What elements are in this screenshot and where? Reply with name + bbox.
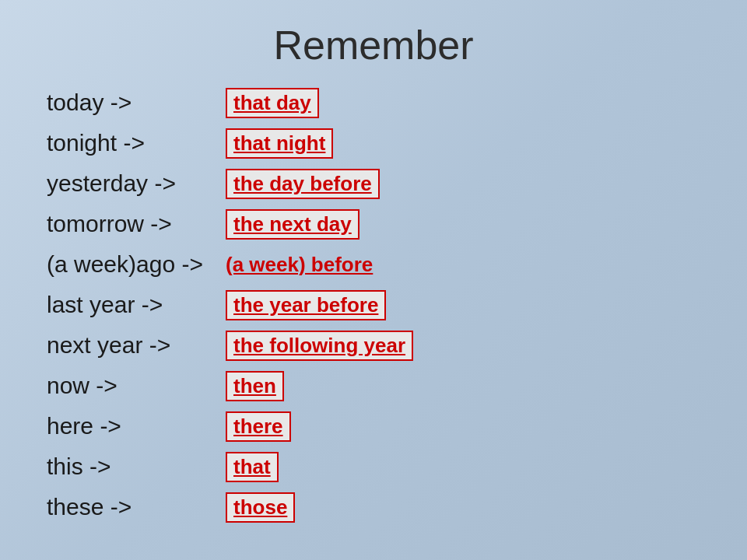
table-row: (a week)ago ->(a week) before [47, 244, 747, 285]
table-row: next year ->the following year [47, 325, 747, 366]
table-row: tonight ->that night [47, 123, 747, 163]
right-label: the day before [226, 169, 380, 199]
right-label: that night [226, 128, 333, 159]
table-row: these ->those [47, 487, 747, 527]
left-label: tonight -> [47, 130, 226, 156]
table-row: now ->then [47, 366, 747, 406]
table-row: this ->that [47, 446, 747, 487]
table-row: tomorrow ->the next day [47, 204, 747, 244]
left-label: these -> [47, 494, 226, 520]
left-label: last year -> [47, 292, 226, 318]
left-label: yesterday -> [47, 170, 226, 197]
right-label: that [226, 452, 279, 482]
content-area: today ->that daytonight ->that nightyest… [0, 82, 747, 527]
left-label: this -> [47, 453, 226, 480]
right-label: then [226, 371, 284, 401]
left-label: (a week)ago -> [47, 251, 226, 278]
page-title: Remember [273, 22, 473, 68]
right-label: the following year [226, 331, 413, 361]
left-label: next year -> [47, 332, 226, 359]
table-row: yesterday ->the day before [47, 163, 747, 204]
right-label: those [226, 492, 295, 523]
right-label: that day [226, 88, 319, 118]
left-label: tomorrow -> [47, 211, 226, 237]
left-label: here -> [47, 413, 226, 439]
right-label: (a week) before [226, 253, 373, 277]
left-label: now -> [47, 373, 226, 399]
right-label: the next day [226, 209, 359, 240]
table-row: today ->that day [47, 82, 747, 123]
right-label: the year before [226, 290, 386, 320]
left-label: today -> [47, 89, 226, 116]
table-row: last year ->the year before [47, 285, 747, 325]
table-row: here ->there [47, 406, 747, 446]
right-label: there [226, 411, 291, 442]
